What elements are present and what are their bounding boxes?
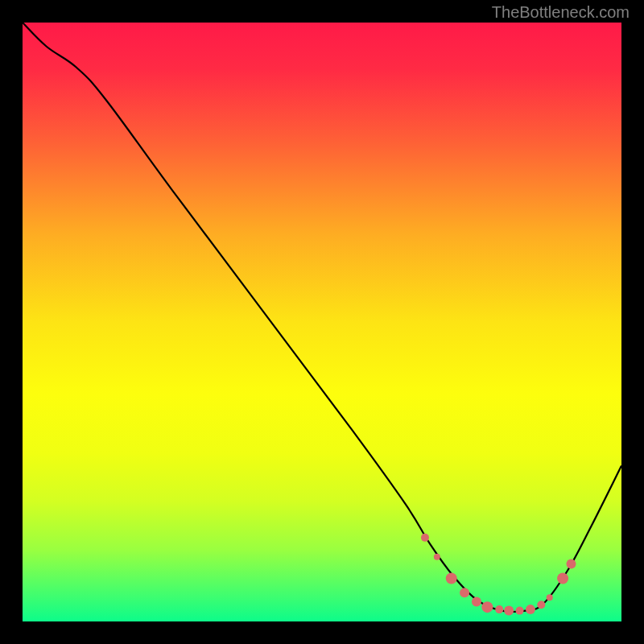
watermark-text: TheBottleneck.com [492, 3, 630, 22]
marker-dot [516, 607, 524, 615]
marker-dot [460, 588, 469, 597]
marker-dot [504, 606, 514, 616]
marker-dot [495, 605, 503, 613]
marker-dot [547, 594, 553, 601]
marker-dot [446, 572, 457, 584]
marker-dot [557, 572, 568, 584]
marker-dot [537, 601, 545, 609]
plot-area [23, 23, 621, 621]
marker-dot [434, 554, 440, 560]
chart-svg [23, 23, 621, 621]
marker-dot [472, 597, 481, 606]
marker-dot [481, 601, 493, 613]
marker-dot [421, 534, 429, 542]
marker-dot [567, 559, 576, 569]
chart-background [23, 23, 621, 621]
marker-dot [526, 605, 535, 614]
